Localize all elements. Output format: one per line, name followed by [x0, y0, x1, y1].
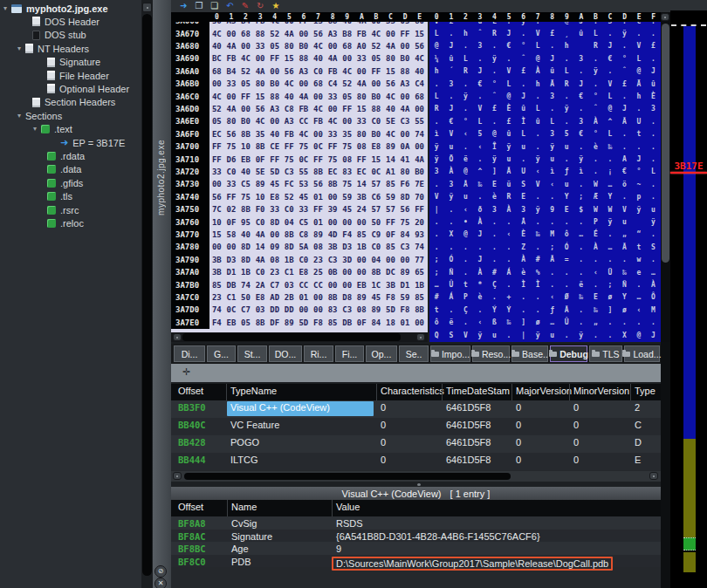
ascii-char-cell[interactable]: Z: [516, 243, 531, 251]
hex-byte-cell[interactable]: 00: [340, 218, 354, 227]
ascii-char-cell[interactable]: .: [646, 181, 661, 188]
hex-byte-cell[interactable]: C4: [326, 79, 340, 88]
hex-byte-cell[interactable]: 56: [398, 205, 413, 214]
ascii-char-cell[interactable]: ‰: [573, 293, 588, 301]
ascii-char-cell[interactable]: L: [646, 168, 661, 175]
hex-byte-cell[interactable]: 00: [383, 256, 398, 264]
ascii-char-cell[interactable]: .: [458, 143, 473, 151]
hex-byte-cell[interactable]: A3: [297, 67, 312, 76]
hex-byte-cell[interactable]: FF: [209, 155, 224, 164]
hex-byte-cell[interactable]: 89: [398, 268, 413, 277]
ascii-char-cell[interactable]: .: [516, 306, 531, 314]
hex-byte-cell[interactable]: 14: [383, 155, 398, 164]
ascii-char-cell[interactable]: .: [531, 143, 546, 151]
ascii-char-cell[interactable]: è: [516, 269, 531, 277]
hex-byte-cell[interactable]: FF: [238, 92, 253, 101]
hex-byte-cell[interactable]: 7C: [209, 205, 224, 214]
ascii-char-cell[interactable]: .: [458, 42, 473, 50]
hex-byte-cell[interactable]: E8: [297, 268, 312, 277]
hex-byte-cell[interactable]: A3: [267, 105, 282, 113]
sidebar-item-section-headers[interactable]: Section Headers: [0, 96, 141, 109]
ascii-char-cell[interactable]: .: [573, 67, 588, 75]
hex-byte-cell[interactable]: C0: [297, 256, 312, 264]
ascii-char-cell[interactable]: @: [429, 42, 444, 50]
ascii-char-cell[interactable]: ‹: [632, 306, 647, 314]
hex-byte-cell[interactable]: 5D: [267, 168, 282, 176]
hex-byte-cell[interactable]: FF: [209, 142, 224, 151]
ascii-char-cell[interactable]: .: [502, 218, 517, 226]
ascii-char-cell[interactable]: °: [516, 42, 531, 50]
ascii-char-cell[interactable]: .: [573, 218, 588, 226]
ascii-char-cell[interactable]: 5: [473, 130, 488, 138]
ascii-char-cell[interactable]: J: [603, 42, 618, 50]
ascii-char-cell[interactable]: w: [632, 256, 647, 263]
ascii-char-cell[interactable]: t: [429, 306, 444, 314]
hex-byte-cell[interactable]: 1B: [238, 268, 253, 277]
hex-byte-cell[interactable]: 0F: [253, 155, 268, 164]
hex-byte-cell[interactable]: 0A: [398, 142, 413, 151]
ascii-char-cell[interactable]: .: [516, 155, 531, 163]
sidebar-item-reloc[interactable]: .reloc: [0, 216, 141, 229]
hex-byte-cell[interactable]: FF: [267, 155, 282, 164]
tab-g[interactable]: G...: [207, 345, 236, 362]
ascii-char-cell[interactable]: .: [603, 67, 618, 75]
export-icon[interactable]: ❏: [210, 2, 218, 10]
ascii-char-cell[interactable]: Á: [444, 293, 459, 301]
hex-byte-cell[interactable]: A1: [383, 168, 398, 176]
hex-byte-cell[interactable]: 1B: [412, 281, 427, 290]
ascii-char-cell[interactable]: #: [487, 269, 502, 277]
hex-byte-cell[interactable]: FF: [398, 30, 413, 38]
ascii-char-cell[interactable]: V: [429, 193, 444, 201]
ascii-char-cell[interactable]: .: [603, 318, 618, 326]
hex-byte-cell[interactable]: 00: [354, 256, 369, 264]
ascii-char-cell[interactable]: $: [573, 206, 588, 214]
cell-characteristics[interactable]: 0: [381, 437, 386, 448]
hex-byte-cell[interactable]: 56: [282, 67, 297, 76]
ascii-char-cell[interactable]: |: [516, 332, 531, 339]
ascii-char-cell[interactable]: ÿ: [429, 143, 444, 151]
ascii-char-cell[interactable]: ô: [429, 318, 444, 326]
cell-value[interactable]: D:\Sources\MainWork\Group2017\Sample\Rel…: [332, 557, 613, 571]
sidebar-item-file-header[interactable]: File Header: [0, 69, 141, 82]
hex-byte-cell[interactable]: 00: [354, 67, 369, 76]
hex-byte-cell[interactable]: 00: [238, 105, 253, 113]
hex-byte-cell[interactable]: 00: [383, 30, 398, 38]
ascii-char-cell[interactable]: V: [473, 105, 488, 113]
ascii-char-cell[interactable]: £: [444, 22, 459, 25]
ascii-char-cell[interactable]: .: [559, 218, 574, 226]
ascii-char-cell[interactable]: €: [632, 22, 647, 25]
hex-byte-cell[interactable]: F8: [383, 293, 398, 302]
ascii-char-cell[interactable]: û: [473, 22, 488, 25]
hex-byte-cell[interactable]: 00: [398, 256, 413, 264]
hex-byte-cell[interactable]: 00: [326, 105, 340, 113]
tab-do[interactable]: DO...: [269, 345, 302, 362]
ascii-char-cell[interactable]: .: [545, 105, 559, 113]
ascii-char-cell[interactable]: £: [502, 118, 517, 126]
ascii-char-cell[interactable]: Ö: [444, 155, 459, 163]
ascii-char-cell[interactable]: t: [632, 130, 647, 138]
ascii-char-cell[interactable]: e: [632, 269, 647, 277]
hex-byte-cell[interactable]: 75: [340, 180, 354, 188]
hex-byte-cell[interactable]: 00: [354, 218, 369, 227]
ascii-char-cell[interactable]: „: [588, 318, 603, 326]
hex-byte-cell[interactable]: 4C: [412, 54, 427, 63]
ascii-char-cell[interactable]: L: [502, 80, 517, 88]
ascii-char-cell[interactable]: .: [617, 318, 632, 326]
hex-byte-cell[interactable]: 23: [267, 268, 282, 277]
hex-byte-cell[interactable]: 00: [224, 92, 239, 101]
hex-byte-cell[interactable]: 52: [267, 30, 282, 38]
hex-byte-cell[interactable]: C0: [224, 168, 239, 176]
ascii-char-cell[interactable]: .: [588, 168, 603, 175]
ascii-char-cell[interactable]: À: [473, 218, 488, 226]
ascii-char-cell[interactable]: ÿ: [429, 155, 444, 163]
hex-byte-cell[interactable]: 0C: [224, 305, 239, 314]
ascii-char-cell[interactable]: X: [444, 230, 459, 238]
hex-byte-cell[interactable]: E8: [267, 193, 282, 202]
hex-byte-cell[interactable]: 57: [369, 205, 384, 214]
hex-byte-cell[interactable]: 00: [267, 230, 282, 239]
hex-byte-cell[interactable]: 10: [238, 142, 253, 151]
hex-byte-cell[interactable]: 05: [238, 318, 253, 327]
column-header-offset[interactable]: Offset: [178, 502, 203, 512]
ascii-char-cell[interactable]: .: [588, 22, 603, 25]
ascii-char-cell[interactable]: À: [502, 206, 517, 214]
